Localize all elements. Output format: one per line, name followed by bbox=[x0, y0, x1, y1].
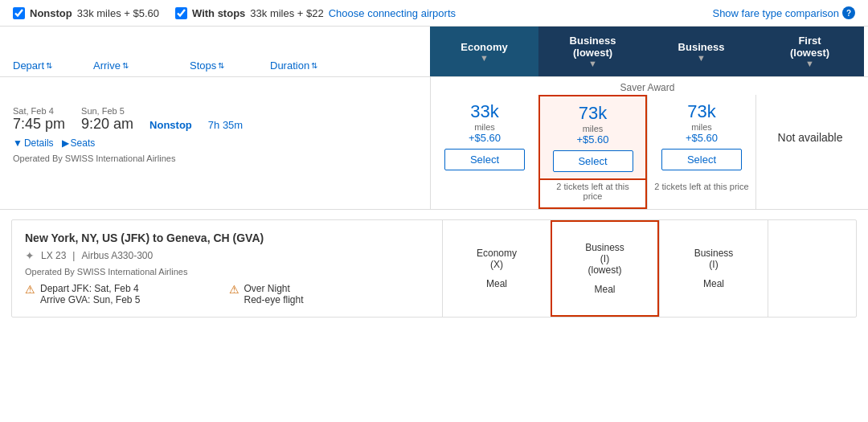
business-class-line2: (I) bbox=[709, 259, 718, 270]
duration-sort-icon: ⇅ bbox=[311, 61, 317, 70]
nonstop-checkbox[interactable] bbox=[13, 7, 25, 19]
details-arrow-icon: ▼ bbox=[13, 137, 23, 149]
overnight-block: ⚠ Over Night Red-eye flight bbox=[229, 283, 430, 305]
business-lowest-fee: +$5.60 bbox=[576, 133, 608, 145]
business-lowest-line2: (lowest) bbox=[573, 47, 612, 59]
tickets-empty bbox=[0, 180, 430, 209]
business-lowest-tickets-cell: 2 tickets left at this price bbox=[538, 180, 647, 209]
arrive-gva-label: Arrive GVA: Sun, Feb 5 bbox=[40, 294, 141, 305]
arrive-sort-icon: ⇅ bbox=[122, 61, 129, 70]
business-lowest-class-line1: Business bbox=[585, 242, 624, 253]
business-miles: 73k bbox=[687, 101, 715, 122]
first-lowest-tickets-cell bbox=[755, 180, 864, 209]
fare-compare-link[interactable]: Show fare type comparison ? bbox=[712, 6, 855, 19]
overnight-info: Over Night Red-eye flight bbox=[244, 283, 304, 305]
business-lowest-header[interactable]: Business (lowest) ▼ bbox=[538, 27, 647, 76]
business-lowest-select-button[interactable]: Select bbox=[553, 150, 633, 172]
flight-meta: ✦ LX 23 | Airbus A330-300 bbox=[25, 249, 429, 262]
economy-fare-cell: 33k miles +$5.60 Select bbox=[430, 95, 538, 180]
detail-info: New York, NY, US (JFK) to Geneva, CH (GV… bbox=[12, 220, 442, 317]
depart-time: 7:45 pm bbox=[13, 116, 65, 133]
depart-warning-icon: ⚠ bbox=[25, 283, 35, 296]
flight-actions: ▼ Details ▶ Seats bbox=[13, 137, 417, 149]
business-lowest-class-line2: (I) bbox=[600, 253, 609, 264]
economy-chevron-icon: ▼ bbox=[480, 53, 489, 63]
flight-row: Sat, Feb 4 7:45 pm Sun, Feb 5 9:20 am No… bbox=[0, 95, 868, 180]
flight-section: Saver Award Sat, Feb 4 7:45 pm Sun, Feb … bbox=[0, 77, 868, 210]
depart-jfk-block: Depart JFK: Sat, Feb 4 Arrive GVA: Sun, … bbox=[40, 283, 141, 305]
economy-select-button[interactable]: Select bbox=[444, 149, 525, 170]
economy-miles-label: miles bbox=[474, 122, 495, 132]
detail-times: ⚠ Depart JFK: Sat, Feb 4 Arrive GVA: Sun… bbox=[25, 283, 429, 305]
business-header-label: Business bbox=[678, 41, 725, 53]
business-detail-cell: Business (I) Meal bbox=[659, 220, 768, 317]
aircraft: Airbus A330-300 bbox=[81, 250, 153, 261]
flight-num: LX 23 bbox=[41, 250, 66, 261]
saver-award-row: Saver Award bbox=[0, 77, 868, 95]
flight-detail-section: New York, NY, US (JFK) to Geneva, CH (GV… bbox=[11, 219, 857, 318]
business-lowest-detail-meal: Meal bbox=[594, 284, 615, 295]
first-lowest-header[interactable]: First (lowest) ▼ bbox=[755, 27, 864, 76]
business-class-line1: Business bbox=[694, 248, 734, 259]
business-lowest-class-line3: (lowest) bbox=[588, 264, 621, 276]
tickets-row: 2 tickets left at this price 2 tickets l… bbox=[0, 180, 868, 209]
economy-class-line1: Economy bbox=[477, 248, 517, 259]
business-lowest-miles: 73k bbox=[579, 103, 607, 124]
business-lowest-fare-cell: 73k miles +$5.60 Select bbox=[538, 95, 647, 180]
nonstop-filter[interactable]: Nonstop 33k miles + $5.60 bbox=[13, 7, 159, 19]
business-fare-cell: 73k miles +$5.60 Select bbox=[647, 95, 755, 180]
economy-detail-meal: Meal bbox=[486, 278, 507, 289]
arrive-block: Sun, Feb 5 9:20 am bbox=[81, 106, 133, 133]
economy-class-line2: (X) bbox=[490, 259, 503, 270]
stops-value: Nonstop bbox=[149, 119, 192, 131]
choose-airports-link[interactable]: Choose connecting airports bbox=[329, 7, 456, 19]
details-link[interactable]: ▼ Details bbox=[13, 137, 54, 149]
seats-link-label: Seats bbox=[71, 137, 96, 149]
business-fee: +$5.60 bbox=[686, 132, 718, 144]
duration-sort[interactable]: Duration ⇅ bbox=[270, 59, 366, 72]
filter-options: Nonstop 33k miles + $5.60 With stops 33k… bbox=[13, 7, 456, 19]
star-icon: ✦ bbox=[25, 249, 35, 262]
economy-header-label: Economy bbox=[461, 41, 508, 53]
duration-col-label: Duration bbox=[270, 59, 309, 72]
separator: | bbox=[72, 250, 75, 261]
depart-sort[interactable]: Depart ⇅ bbox=[13, 59, 93, 72]
economy-header[interactable]: Economy ▼ bbox=[430, 27, 538, 76]
business-lowest-detail-cell: Business (I) (lowest) Meal bbox=[551, 220, 659, 317]
duration-value: 7h 35m bbox=[208, 119, 243, 131]
saver-award-label: Saver Award bbox=[430, 77, 864, 95]
stops-sort[interactable]: Stops ⇅ bbox=[190, 59, 270, 72]
flight-col-headers: Depart ⇅ Arrive ⇅ Stops ⇅ Duration ⇅ bbox=[0, 27, 430, 76]
withstops-filter[interactable]: With stops 33k miles + $22 Choose connec… bbox=[175, 7, 456, 19]
economy-miles: 33k bbox=[470, 101, 498, 122]
route-title: New York, NY, US (JFK) to Geneva, CH (GV… bbox=[25, 231, 429, 244]
not-available-label: Not available bbox=[778, 131, 843, 144]
fare-compare-label: Show fare type comparison bbox=[712, 7, 839, 19]
info-icon: ? bbox=[842, 6, 855, 19]
first-lowest-detail-cell bbox=[768, 220, 868, 317]
business-lowest-miles-label: miles bbox=[583, 124, 604, 133]
business-select-button[interactable]: Select bbox=[661, 149, 742, 170]
arrive-col-label: Arrive bbox=[93, 59, 121, 72]
detail-operated: Operated By SWISS International Airlines bbox=[25, 267, 429, 277]
stops-block: Nonstop bbox=[149, 106, 192, 133]
first-lowest-fare-cell: Not available bbox=[755, 95, 864, 180]
arrive-sort[interactable]: Arrive ⇅ bbox=[93, 59, 190, 72]
duration-block: 7h 35m bbox=[208, 106, 243, 133]
first-lowest-line2: (lowest) bbox=[790, 47, 829, 59]
withstops-label: With stops bbox=[192, 7, 245, 19]
depart-date: Sat, Feb 4 bbox=[13, 106, 65, 116]
nonstop-label: Nonstop bbox=[30, 7, 72, 19]
business-lowest-chevron-icon: ▼ bbox=[588, 59, 597, 68]
arrive-date: Sun, Feb 5 bbox=[81, 106, 133, 116]
seats-link[interactable]: ▶ Seats bbox=[62, 137, 96, 149]
column-headers: Depart ⇅ Arrive ⇅ Stops ⇅ Duration ⇅ Eco… bbox=[0, 27, 868, 77]
withstops-checkbox[interactable] bbox=[175, 7, 187, 19]
stops-sort-icon: ⇅ bbox=[218, 61, 224, 70]
business-header[interactable]: Business ▼ bbox=[647, 27, 755, 76]
business-lowest-line1: Business bbox=[570, 35, 616, 47]
flight-detail-row: New York, NY, US (JFK) to Geneva, CH (GV… bbox=[12, 220, 856, 317]
operated-by: Operated By SWISS International Airlines bbox=[13, 154, 417, 163]
depart-jfk-label: Depart JFK: Sat, Feb 4 bbox=[40, 283, 141, 294]
business-miles-label: miles bbox=[691, 122, 712, 132]
